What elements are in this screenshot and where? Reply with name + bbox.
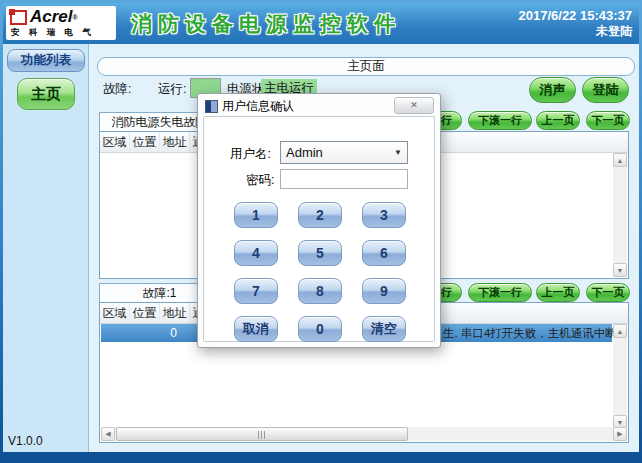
upper-scroll-down-row-button[interactable]: 下滚一行 [468,111,532,130]
numeric-keypad: 1 2 3 4 5 6 7 8 9 取消 0 清空 [234,202,406,342]
keypad-3-button[interactable]: 3 [362,202,406,228]
fault-label: 故障: [103,81,131,98]
scroll-up-icon[interactable]: ▲ [613,324,627,338]
keypad-8-button[interactable]: 8 [298,278,342,304]
lower-scroll-down-row-button[interactable]: 下滚一行 [468,283,532,302]
upper-next-page-button[interactable]: 下一页 [586,111,630,130]
keypad-9-button[interactable]: 9 [362,278,406,304]
brand-name: Acrel [30,7,73,27]
header-right: 2017/6/22 15:43:37 未登陆 [519,7,632,39]
password-field[interactable] [280,169,408,189]
app-window: Acrel ® 安 科 瑞 电 气 消防设备电源监控软件 2017/6/22 1… [0,0,642,463]
acrel-logo-icon [10,10,27,25]
scroll-left-icon[interactable]: ◀ [101,427,115,441]
lower-next-page-button[interactable]: 下一页 [586,283,630,302]
dialog-form-icon [205,100,218,113]
password-label: 密码: [246,172,274,189]
column-header: 地址 [160,132,190,152]
close-icon[interactable]: ✕ [394,97,434,114]
scroll-right-icon[interactable]: ▶ [613,427,627,441]
keypad-5-button[interactable]: 5 [298,240,342,266]
sidebar-item-home[interactable]: 主页 [17,78,75,110]
lower-table-hscrollbar[interactable]: ◀ ▶ [101,427,627,441]
keypad-0-button[interactable]: 0 [298,316,342,342]
keypad-1-button[interactable]: 1 [234,202,278,228]
registered-trademark-icon: ® [73,14,78,21]
datetime-label: 2017/6/22 15:43:37 [519,7,632,24]
version-label: V1.0.0 [8,434,43,448]
function-list-header[interactable]: 功能列表 [7,49,85,72]
login-button[interactable]: 登陆 [582,77,629,103]
username-value: Admin [286,145,323,160]
chevron-down-icon: ▼ [394,148,402,157]
keypad-6-button[interactable]: 6 [362,240,406,266]
brand-subtitle: 安 科 瑞 电 气 [10,27,116,39]
app-title: 消防设备电源监控软件 [131,10,401,38]
dialog-body: 用户名: Admin ▼ 密码: 1 2 3 4 5 6 7 8 9 取消 0 … [203,116,435,342]
page-title: 主页面 [97,57,635,76]
lower-table-vscrollbar[interactable]: ▲ ▼ [613,324,627,429]
upper-prev-page-button[interactable]: 上一页 [536,111,580,130]
username-select[interactable]: Admin ▼ [280,141,408,164]
row-address-cell: 0 [159,324,188,342]
mute-button[interactable]: 消声 [529,77,576,103]
acrel-logo: Acrel ® 安 科 瑞 电 气 [6,6,116,40]
keypad-7-button[interactable]: 7 [234,278,278,304]
scroll-up-icon[interactable]: ▲ [613,153,627,167]
column-header: 区域 [100,303,130,323]
scroll-down-icon[interactable]: ▼ [613,263,627,277]
username-label: 用户名: [230,146,271,163]
column-header: 位置 [130,132,160,152]
login-dialog: 用户信息确认 ✕ 用户名: Admin ▼ 密码: 1 2 3 4 5 6 7 … [197,93,441,348]
cancel-button[interactable]: 取消 [234,316,278,342]
column-header: 位置 [130,303,160,323]
keypad-2-button[interactable]: 2 [298,202,342,228]
clear-button[interactable]: 清空 [362,316,406,342]
row-fault-message: 生. 串口4打开失败，主机通讯中断. [443,324,620,342]
lower-prev-page-button[interactable]: 上一页 [536,283,580,302]
login-status-label: 未登陆 [519,24,632,39]
keypad-4-button[interactable]: 4 [234,240,278,266]
column-header: 地址 [160,303,190,323]
hscrollbar-thumb[interactable] [116,427,408,441]
column-header: 区域 [100,132,130,152]
upper-table-vscrollbar[interactable]: ▲ ▼ [613,153,627,277]
sidebar: 功能列表 主页 V1.0.0 [3,44,89,452]
dialog-title: 用户信息确认 [222,98,294,115]
thumb-grip-icon [258,431,267,439]
run-label: 运行: [158,81,186,98]
header: Acrel ® 安 科 瑞 电 气 消防设备电源监控软件 2017/6/22 1… [3,3,639,45]
